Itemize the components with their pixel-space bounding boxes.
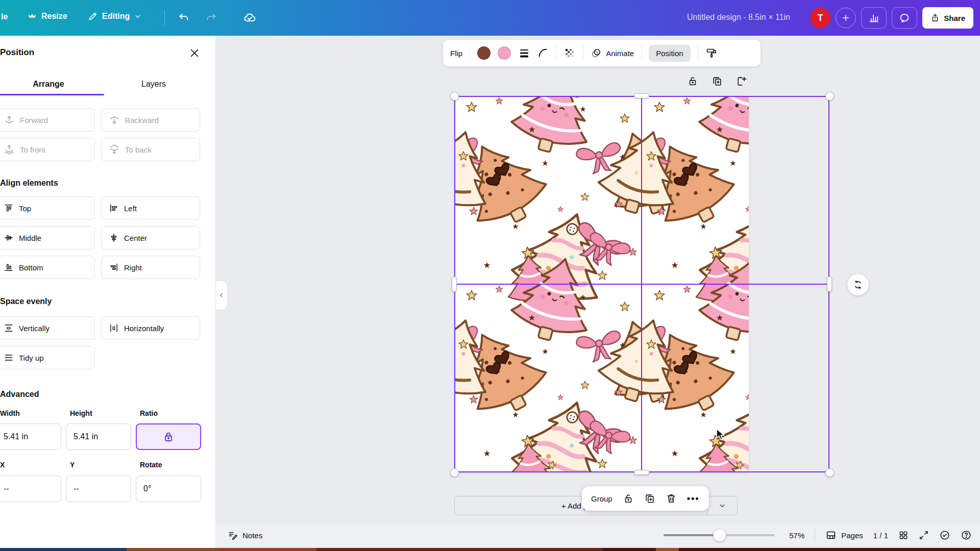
fullscreen-icon[interactable] <box>919 530 929 540</box>
transparency-icon[interactable] <box>564 47 576 59</box>
selection-handle-top-left[interactable] <box>450 92 459 101</box>
backward-button[interactable]: Backward <box>101 108 200 132</box>
help-icon[interactable] <box>961 530 972 541</box>
height-input[interactable]: 5.41 in <box>66 423 131 450</box>
statusbar-divider <box>815 529 815 542</box>
selection-handle-bottom[interactable] <box>634 470 649 475</box>
to-front-button[interactable]: To front <box>0 138 95 161</box>
selection-action-bar: Group ••• <box>582 486 709 511</box>
align-top-button[interactable]: Top <box>0 196 95 220</box>
unlock-icon[interactable] <box>623 493 634 504</box>
duplicate-icon[interactable] <box>644 493 655 504</box>
panel-collapse-button[interactable] <box>215 281 228 310</box>
pencil-icon <box>88 11 98 21</box>
color-swatch-pink[interactable] <box>498 46 511 60</box>
selection-handle-bottom-right[interactable] <box>825 468 834 477</box>
rotate-input[interactable]: 0° <box>136 475 201 502</box>
check-circle-icon[interactable] <box>939 530 950 541</box>
add-page-dropdown[interactable] <box>707 496 737 515</box>
selection-handle-right[interactable] <box>827 277 832 292</box>
active-tab-underline <box>0 94 104 95</box>
selection-quick-actions <box>687 76 747 87</box>
duplicate-icon[interactable] <box>712 76 723 87</box>
unlock-icon[interactable] <box>687 76 698 87</box>
toolbar-divider <box>641 45 642 61</box>
more-options-button[interactable]: ••• <box>687 493 700 504</box>
align-left-button[interactable]: Left <box>101 196 200 220</box>
forward-button[interactable]: Forward <box>0 108 95 132</box>
toolbar-divider <box>698 45 698 61</box>
toolbar-divider <box>556 45 556 61</box>
zoom-slider[interactable] <box>664 529 775 542</box>
selection-handle-top[interactable] <box>634 93 649 98</box>
add-to-page-icon[interactable] <box>736 76 747 87</box>
avatar[interactable]: T <box>810 8 830 28</box>
animate-icon <box>591 47 602 59</box>
upload-icon <box>930 13 940 22</box>
comments-button[interactable] <box>892 7 917 29</box>
tidy-up-button[interactable]: Tidy up <box>0 346 95 369</box>
save-status-icon[interactable] <box>243 11 256 24</box>
tab-layers[interactable]: Layers <box>101 76 206 96</box>
insights-button[interactable] <box>861 7 887 29</box>
align-middle-icon <box>4 233 14 243</box>
layer-forward-icon <box>4 114 15 126</box>
resize-button[interactable]: Resize <box>27 11 67 21</box>
redo-button[interactable] <box>205 12 217 24</box>
advanced-heading: Advanced <box>0 390 39 399</box>
animate-button[interactable]: Animate <box>591 47 634 59</box>
align-left-icon <box>109 203 119 213</box>
align-bottom-button[interactable]: Bottom <box>0 256 95 279</box>
screen-bottom-edge <box>0 548 980 551</box>
space-vertically-icon <box>4 323 14 333</box>
zoom-slider-knob[interactable] <box>713 529 726 542</box>
width-input[interactable]: 5.41 in <box>0 423 61 450</box>
group-button[interactable]: Group <box>591 494 612 503</box>
corner-curve-icon[interactable] <box>537 47 549 59</box>
toolbar-divider <box>583 45 583 61</box>
flip-button[interactable]: Flip <box>450 49 462 58</box>
selection-handle-top-right[interactable] <box>825 92 834 101</box>
pages-button[interactable]: Pages <box>825 530 863 541</box>
document-title[interactable]: Untitled design - 8.5in × 11in <box>687 13 790 22</box>
selection-handle-bottom-left[interactable] <box>450 468 459 477</box>
rotate-handle[interactable] <box>847 274 869 295</box>
notes-button[interactable]: Notes <box>228 530 262 540</box>
close-icon[interactable] <box>189 47 200 59</box>
ratio-lock-button[interactable] <box>136 423 201 450</box>
add-member-button[interactable] <box>836 8 856 28</box>
x-input[interactable]: -- <box>0 475 61 502</box>
grid-view-icon[interactable] <box>898 530 909 540</box>
tab-arrange[interactable]: Arrange <box>0 76 101 96</box>
color-swatch-brown[interactable] <box>477 46 491 60</box>
notes-icon <box>228 530 238 540</box>
file-menu[interactable]: le <box>1 12 8 21</box>
undo-button[interactable] <box>178 12 190 24</box>
position-button-active[interactable]: Position <box>649 45 690 62</box>
selection-handle-left[interactable] <box>452 277 457 292</box>
panel-title: Position <box>0 47 34 58</box>
zoom-slider-fill <box>664 534 720 536</box>
editing-mode-dropdown[interactable]: Editing <box>88 11 142 21</box>
align-right-button[interactable]: Right <box>101 256 200 279</box>
space-vertically-button[interactable]: Vertically <box>0 316 95 340</box>
page-indicator: 1 / 1 <box>873 531 888 540</box>
delete-icon[interactable] <box>666 493 677 504</box>
y-input[interactable]: -- <box>66 475 131 502</box>
layer-to-back-icon <box>109 144 120 155</box>
panel-tabs: Arrange Layers <box>0 76 206 96</box>
align-center-button[interactable]: Center <box>101 226 200 249</box>
align-middle-button[interactable]: Middle <box>0 226 95 249</box>
top-bar: le Resize Editing Untitled design - 8.5i… <box>0 0 980 36</box>
topbar-divider <box>164 10 165 26</box>
lock-icon <box>162 431 175 443</box>
zoom-percent[interactable]: 57% <box>789 531 804 540</box>
stroke-weight-icon[interactable] <box>518 47 530 59</box>
paint-roller-icon[interactable] <box>705 47 718 59</box>
share-button[interactable]: Share <box>922 7 973 29</box>
align-right-icon <box>109 262 119 272</box>
selection-crosshair-horizontal <box>454 284 829 285</box>
space-horizontally-button[interactable]: Horizontally <box>101 316 200 340</box>
space-evenly-heading: Space evenly <box>0 297 52 306</box>
to-back-button[interactable]: To back <box>101 138 200 161</box>
